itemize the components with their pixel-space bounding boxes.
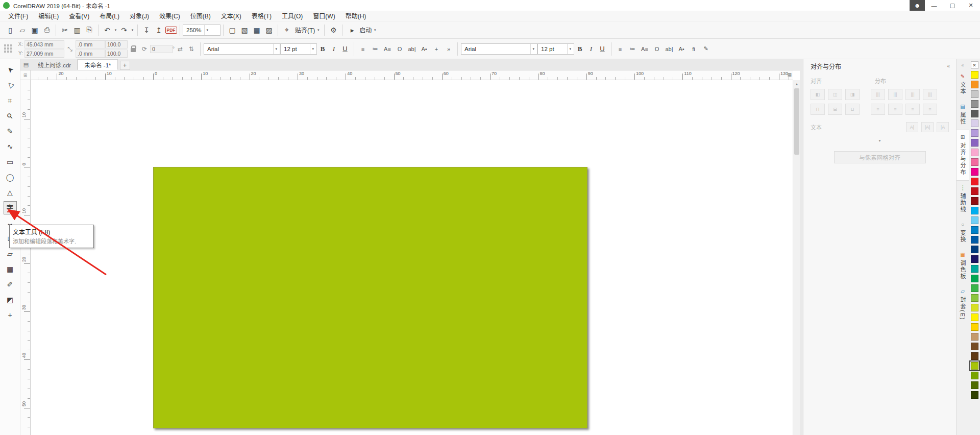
redo-dropdown-icon[interactable]: ▾ (130, 24, 135, 36)
lock-ratio-icon[interactable] (128, 43, 139, 55)
italic-button[interactable]: I (328, 43, 339, 55)
cut-icon[interactable]: ✂ (59, 24, 71, 36)
eyedropper-tool[interactable]: ✐ (4, 278, 17, 291)
color-swatch[interactable] (971, 246, 978, 253)
vertical-ruler[interactable]: 1001020304050 (20, 80, 31, 435)
underline-button[interactable]: U (339, 43, 351, 55)
export-icon[interactable]: ↥ (153, 24, 165, 36)
menu-table[interactable]: 表格(T) (247, 11, 277, 21)
no-outline-icon[interactable]: O (651, 43, 663, 55)
menu-file[interactable]: 文件(F) (3, 11, 33, 21)
color-swatch[interactable] (971, 313, 978, 321)
align-to-pixel-grid-button[interactable]: 与像素网格对齐 (834, 151, 926, 163)
maximize-button[interactable]: ▢ (943, 0, 962, 11)
docker-tab-5[interactable]: ○变换 (957, 218, 969, 248)
overflow-chevron-icon[interactable]: » (443, 43, 454, 55)
horizontal-ruler[interactable]: ▦20100102030405060708090100110120130 (31, 70, 793, 80)
color-swatch[interactable] (971, 90, 978, 98)
show-grid-icon[interactable]: ▦ (251, 24, 263, 36)
bold-button[interactable]: B (574, 43, 585, 55)
shape-tool[interactable]: ▷ (4, 79, 17, 92)
color-swatch[interactable] (971, 284, 978, 292)
color-swatch[interactable] (971, 81, 978, 88)
zoom-level-select[interactable]: 250%▾ (183, 25, 220, 36)
rotation-angle-field[interactable]: 0 (150, 45, 173, 53)
edit-text-icon[interactable]: ab| (664, 43, 675, 55)
polygon-tool[interactable]: △ (4, 186, 17, 199)
color-swatch[interactable] (971, 149, 978, 156)
bold-button[interactable]: B (317, 43, 328, 55)
docker-tab-7[interactable]: ▱封套(E) (957, 284, 969, 325)
no-outline-icon[interactable]: O (394, 43, 405, 55)
text-align-button[interactable]: |A| (921, 122, 934, 132)
scrollbar-thumb[interactable] (794, 88, 799, 155)
align-button[interactable]: ◫ (828, 89, 842, 100)
color-swatch[interactable] (971, 265, 978, 273)
color-swatch[interactable] (971, 343, 978, 350)
font-list-1[interactable]: Arial ▾ (204, 43, 280, 55)
undo-icon[interactable]: ↶ (101, 24, 113, 36)
color-swatch[interactable] (971, 226, 978, 234)
edit-icon[interactable]: ✎ (700, 43, 712, 55)
ellipse-tool[interactable]: ◯ (4, 171, 17, 184)
shadow-tool[interactable]: ▱ (4, 247, 17, 260)
menu-help[interactable]: 帮助(H) (340, 11, 372, 21)
align-button[interactable]: ⊓ (811, 104, 825, 115)
show-guidelines-icon[interactable]: ▨ (263, 24, 275, 36)
new-document-tab-button[interactable]: + (120, 61, 130, 70)
font-list-2[interactable]: Arial ▾ (461, 43, 537, 55)
color-swatch[interactable] (971, 207, 978, 214)
menu-object[interactable]: 对象(J) (125, 11, 154, 21)
drop-cap-icon[interactable]: A≡ (639, 43, 650, 55)
drawing-canvas[interactable] (31, 80, 793, 435)
bulleted-list-icon[interactable]: ≔ (370, 43, 381, 55)
distribute-button[interactable]: ||| (871, 89, 885, 100)
color-swatch[interactable] (971, 158, 978, 166)
mirror-vertical-icon[interactable]: ⇅ (186, 43, 197, 55)
drop-cap-icon[interactable]: A≡ (382, 43, 393, 55)
minimize-button[interactable]: — (925, 0, 943, 11)
text-properties-icon[interactable]: A• (419, 43, 430, 55)
snap-to-select[interactable]: 贴齐(T)▾ (293, 24, 322, 36)
color-swatch[interactable] (971, 333, 978, 341)
open-icon[interactable]: ▱ (16, 24, 29, 36)
color-swatch[interactable] (971, 255, 978, 263)
menu-tools[interactable]: 工具(O) (277, 11, 308, 21)
zoom-tool[interactable]: ⚲ (4, 109, 17, 123)
color-swatch[interactable] (971, 197, 978, 205)
publish-pdf-icon[interactable]: PDF (165, 24, 177, 36)
distribute-button[interactable]: ||| (923, 89, 937, 100)
copy-icon[interactable]: ▥ (71, 24, 83, 36)
crop-tool[interactable]: ⌗ (4, 94, 17, 107)
interactive-fill-tool[interactable]: ◩ (4, 293, 17, 306)
color-swatch[interactable] (971, 323, 978, 331)
text-tool[interactable]: 字 (4, 201, 17, 214)
document-tab-2[interactable]: 未命名 -1* (78, 59, 117, 70)
color-swatch[interactable] (971, 362, 978, 370)
save-icon[interactable]: ▣ (29, 24, 41, 36)
color-swatch[interactable] (971, 100, 978, 108)
color-swatch[interactable] (971, 168, 978, 176)
color-swatch[interactable] (971, 110, 978, 117)
launch-select[interactable]: ▸启动▾ (345, 24, 378, 36)
page[interactable] (153, 167, 587, 428)
text-alignment-icon[interactable]: ≡ (357, 43, 369, 55)
color-swatch[interactable] (971, 275, 978, 282)
docker-tab-3[interactable]: ⊞对齐与分布 (957, 130, 969, 181)
color-swatch[interactable] (971, 187, 978, 195)
y-position-field[interactable]: 27.009 mm (24, 50, 64, 58)
scale-x-field[interactable]: 100.0 (105, 40, 128, 49)
redo-icon[interactable]: ↷ (118, 24, 130, 36)
color-swatch[interactable] (971, 391, 978, 399)
document-tab-1[interactable]: 线上问诊.cdr (32, 59, 78, 70)
menu-window[interactable]: 窗口(W) (308, 11, 340, 21)
ruler-origin-corner[interactable]: ⊞ (20, 70, 31, 80)
vertical-scrollbar[interactable]: ▲ (793, 80, 800, 435)
align-button[interactable]: ◨ (845, 89, 860, 100)
docker-tab-1[interactable]: ✎文本 (957, 69, 969, 100)
color-swatch[interactable] (971, 294, 978, 302)
align-button[interactable]: ⊟ (828, 104, 842, 115)
edit-text-icon[interactable]: ab| (406, 43, 418, 55)
add-icon[interactable]: + (431, 43, 442, 55)
color-swatch[interactable] (971, 304, 978, 311)
